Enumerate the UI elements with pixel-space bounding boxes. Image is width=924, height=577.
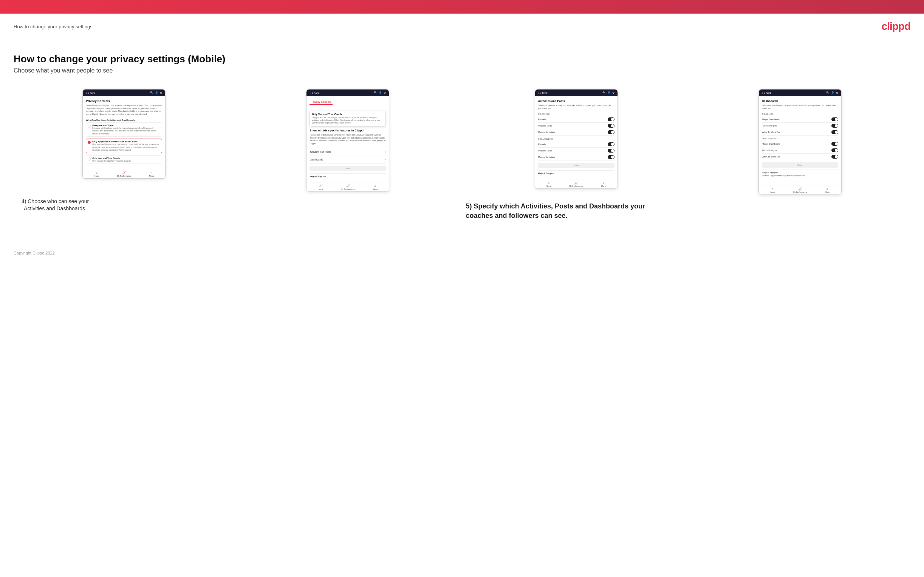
- mock4-nav-home[interactable]: ⌂ Home: [759, 187, 787, 193]
- settings-icon[interactable]: ⚙: [612, 91, 614, 94]
- mock4-followers-what-to-work-toggle[interactable]: [832, 155, 838, 159]
- home-icon: ⌂: [95, 171, 97, 174]
- mock4-nav-menu[interactable]: ≡ Menu: [814, 187, 841, 193]
- mock3-nav-menu[interactable]: ≡ Menu: [590, 181, 617, 187]
- mock3-back[interactable]: ‹ < Back: [538, 92, 548, 94]
- page-title: How to change your privacy settings (Mob…: [14, 53, 910, 65]
- mock3-title: Activities and Posts: [538, 99, 614, 103]
- search-icon[interactable]: 🔍: [826, 91, 830, 94]
- mock1-who-label: Who Can See Your Activities and Dashboar…: [86, 119, 162, 121]
- mock2-popup-title: Only You and Your Coach: [312, 113, 384, 116]
- mock1-nav-home[interactable]: ⌂ Home: [83, 171, 110, 177]
- mock2-back[interactable]: ‹ < Back: [310, 92, 319, 94]
- mock2-popup: Only You and Your Coach Only you and the…: [310, 111, 386, 126]
- mock3-followers-manual: Manual Activities: [538, 154, 614, 161]
- settings-icon[interactable]: ⚙: [384, 91, 386, 94]
- mock4-coaches-what-to-work: What To Work On: [762, 129, 838, 135]
- mock2-nav-perf[interactable]: 📈 My Performance: [334, 184, 362, 190]
- mock1-option2[interactable]: Only Approved Followers and Your Coach O…: [86, 139, 162, 153]
- chart-icon: 📈: [346, 184, 350, 188]
- mock1-radio1[interactable]: [88, 125, 91, 127]
- mock1-nav-menu[interactable]: ≡ Menu: [137, 171, 165, 177]
- mock4-coaches-what-to-work-toggle[interactable]: [832, 130, 838, 134]
- mock1-back[interactable]: ‹ < Back: [86, 92, 95, 94]
- mock3-followers-manual-toggle[interactable]: [608, 155, 614, 159]
- mock1-option1[interactable]: Everyone on Clippd Everyone on Clippd ca…: [86, 122, 162, 137]
- mock4-help: Help & Support Visit our Clippd communit…: [762, 169, 838, 182]
- mock4-followers-player-dash-toggle[interactable]: [832, 142, 838, 146]
- mock3-coaches-drills-toggle[interactable]: [608, 124, 614, 127]
- mock4-followers-player-dash: Player Dashboard: [762, 141, 838, 147]
- mock2-show-hide-title: Show or hide specific features in Clippd: [310, 129, 386, 132]
- left-section: ‹ < Back 🔍 👤 ⚙ Privacy Controls: [14, 89, 459, 213]
- person-icon: 👤: [831, 91, 834, 94]
- mock3-followers-label: FOLLOWERS: [538, 138, 614, 140]
- mock3-nav-perf[interactable]: 📈 My Performance: [562, 181, 590, 187]
- mock2-popup-body: Only you and the coaches you connect wit…: [312, 116, 384, 124]
- mock1-option3[interactable]: Only You and Your Coach Only you and the…: [86, 155, 162, 164]
- settings-icon[interactable]: ⚙: [836, 91, 838, 94]
- settings-icon[interactable]: ⚙: [160, 91, 162, 94]
- mock4-icons: 🔍 👤 ⚙: [826, 91, 838, 94]
- mock1-icons: 🔍 👤 ⚙: [150, 91, 162, 94]
- home-icon: ⌂: [772, 187, 774, 191]
- mock1-option3-text: Only You and Your Coach Only you and the…: [92, 157, 131, 162]
- mock3-followers-drills-toggle[interactable]: [608, 149, 614, 153]
- menu-icon: ≡: [375, 184, 376, 188]
- mock3-topbar: ‹ < Back 🔍 👤 ⚙: [535, 90, 617, 96]
- mock3-save-btn[interactable]: Save: [538, 163, 614, 168]
- mock2-bottom-nav: ⌂ Home 📈 My Performance ≡ Menu: [307, 182, 389, 192]
- mock2-activities-row[interactable]: Activities and Posts ›: [310, 148, 386, 156]
- copyright-text: Copyright Clippd 2022: [14, 251, 55, 255]
- mock2-nav-menu[interactable]: ≡ Menu: [362, 184, 389, 190]
- mobile-mockup-2: ‹ < Back 🔍 👤 ⚙ Priv: [306, 89, 389, 192]
- mock1-content: Privacy Controls Control how you and you…: [83, 96, 165, 169]
- mock3-content: Activities and Posts Select the types of…: [535, 96, 617, 179]
- mock2-nav-home[interactable]: ⌂ Home: [307, 184, 334, 190]
- search-icon[interactable]: 🔍: [150, 91, 153, 94]
- mock4-coaches-player-dash: Player Dashboard: [762, 116, 838, 123]
- mock2-save-btn[interactable]: Save: [310, 166, 386, 171]
- mock3-coaches-manual: Manual Activities: [538, 129, 614, 135]
- mock3-followers-drills: Practice Drills: [538, 148, 614, 154]
- mock2-topbar: ‹ < Back 🔍 👤 ⚙: [307, 90, 389, 96]
- mock3-coaches-label: COACHES: [538, 113, 614, 115]
- mock4-followers-round-insights-toggle[interactable]: [832, 148, 838, 152]
- mock1-nav-perf[interactable]: 📈 My Performance: [110, 171, 138, 177]
- mock2-content: Only You and Your Coach Only you and the…: [307, 108, 389, 182]
- mock3-coaches-rounds: Rounds: [538, 116, 614, 123]
- mock1-bottom-nav: ⌂ Home 📈 My Performance ≡ Menu: [83, 169, 165, 178]
- screenshots-row: ‹ < Back 🔍 👤 ⚙ Privacy Controls: [14, 89, 910, 221]
- mock2-dashboards-row[interactable]: Dashboards ›: [310, 156, 386, 163]
- search-icon[interactable]: 🔍: [374, 91, 377, 94]
- mock3-coaches-rounds-toggle[interactable]: [608, 118, 614, 121]
- mock1-radio2[interactable]: [88, 141, 91, 144]
- screenshot-4-col: ‹ < Back 🔍 👤 ⚙ Dashboards: [690, 89, 910, 195]
- mock3-coaches-drills: Practice Drills: [538, 123, 614, 129]
- mock4-nav-perf[interactable]: 📈 My Performance: [787, 187, 814, 193]
- mock4-coaches-player-dash-toggle[interactable]: [832, 118, 838, 121]
- mock2-tabs: Privacy Controls: [307, 96, 389, 105]
- main-content: How to change your privacy settings (Mob…: [0, 38, 924, 243]
- mock3-nav-home[interactable]: ⌂ Home: [535, 181, 563, 187]
- mock3-coaches-manual-toggle[interactable]: [608, 130, 614, 134]
- screenshot-2-col: ‹ < Back 🔍 👤 ⚙ Priv: [237, 89, 458, 192]
- mock4-back[interactable]: ‹ < Back: [762, 92, 771, 94]
- mobile-mockup-3: ‹ < Back 🔍 👤 ⚙ Activities and Posts: [535, 89, 618, 189]
- search-icon[interactable]: 🔍: [603, 91, 606, 94]
- top-bar: [0, 0, 924, 14]
- mock4-coaches-round-insights-toggle[interactable]: [832, 124, 838, 127]
- mock3-desc: Select the types of activity that you'd …: [538, 104, 614, 110]
- mobile-mockup-1: ‹ < Back 🔍 👤 ⚙ Privacy Controls: [82, 89, 166, 179]
- header: How to change your privacy settings clip…: [0, 14, 924, 38]
- mock4-content: Dashboards Select the dashboards that yo…: [759, 96, 841, 185]
- person-icon: 👤: [379, 91, 382, 94]
- menu-icon: ≡: [150, 171, 152, 174]
- mock1-radio3[interactable]: [88, 158, 91, 161]
- right-caption: 5) Specify which Activities, Posts and D…: [466, 201, 647, 221]
- mock2-tab-privacy[interactable]: Privacy Controls: [310, 99, 333, 105]
- mock3-followers-rounds-toggle[interactable]: [608, 142, 614, 146]
- person-icon: 👤: [607, 91, 611, 94]
- chart-icon: 📈: [122, 171, 126, 174]
- mock4-save-btn[interactable]: Save: [762, 162, 838, 168]
